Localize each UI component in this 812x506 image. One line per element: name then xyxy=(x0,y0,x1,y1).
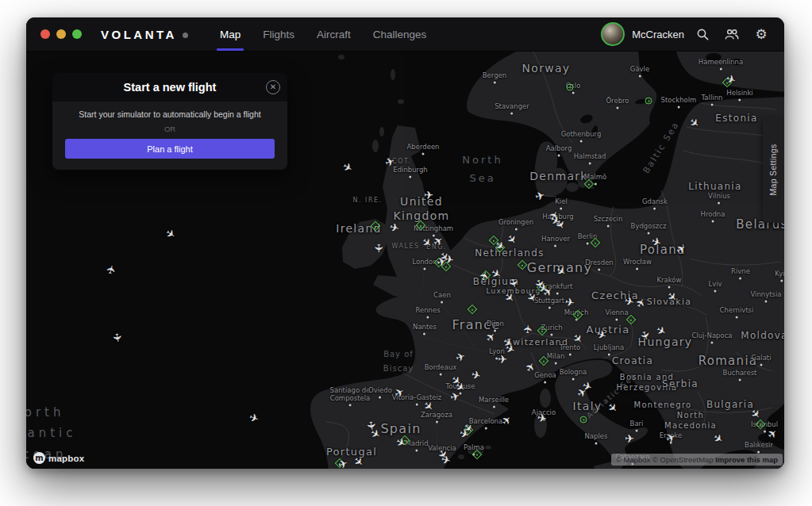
aircraft-icon[interactable]: ✈ xyxy=(633,296,648,309)
avatar[interactable] xyxy=(601,22,625,46)
map-settings-tab[interactable]: Map Settings xyxy=(763,117,784,223)
zoom-window-button[interactable] xyxy=(72,29,82,39)
attribution-osm-link[interactable]: © OpenStreetMap xyxy=(652,455,714,464)
city-name: Aberdeen xyxy=(406,143,439,151)
aircraft-icon[interactable]: ✈ xyxy=(424,190,433,201)
close-window-button[interactable] xyxy=(40,29,50,39)
city-dot xyxy=(710,104,713,106)
settings-gear-icon[interactable]: ⚙ xyxy=(754,27,768,41)
modal-instruction: Start your simulator to automatically be… xyxy=(65,109,275,119)
city-dot xyxy=(616,107,618,109)
aircraft-icon[interactable]: ✈ xyxy=(164,227,178,241)
city-name: Naples xyxy=(585,432,608,440)
aircraft-icon[interactable]: ✈ xyxy=(564,296,575,309)
city-dot xyxy=(580,140,583,143)
country-label: Norway xyxy=(522,62,571,76)
app-logo: VOLANTA xyxy=(101,28,188,41)
city-dot xyxy=(415,404,418,406)
city-name: Bordeaux xyxy=(425,363,457,371)
city-name: Bergen xyxy=(483,71,506,79)
region-label: N. IRE. xyxy=(352,197,382,204)
city-dot xyxy=(515,228,518,231)
city-dot xyxy=(439,374,441,376)
city-name: Dijon xyxy=(487,320,504,328)
city-dot xyxy=(493,82,495,84)
aircraft-icon[interactable]: ✈ xyxy=(522,324,534,335)
airport-marker[interactable] xyxy=(468,305,478,315)
aircraft-icon[interactable]: ✈ xyxy=(471,369,483,382)
aircraft-icon[interactable]: ✈ xyxy=(105,264,118,276)
city-dot xyxy=(710,342,713,344)
city-name: Wrocław xyxy=(623,258,652,266)
city-dot xyxy=(677,106,679,109)
close-icon[interactable]: ✕ xyxy=(266,80,280,94)
city-name: Balıkesir xyxy=(745,441,773,449)
city-label: Santiago de Compostela xyxy=(330,386,371,406)
plan-flight-button[interactable]: Plan a flight xyxy=(65,139,275,159)
map-attribution: © Mapbox © OpenStreetMap Improve this ma… xyxy=(611,454,783,466)
aircraft-icon[interactable]: ✈ xyxy=(625,433,634,444)
city-dot xyxy=(569,354,571,356)
aircraft-icon[interactable]: ✈ xyxy=(534,190,546,203)
minimize-window-button[interactable] xyxy=(56,29,66,39)
city-label: Galați xyxy=(751,354,771,366)
improve-map-link[interactable]: Improve this map xyxy=(715,455,778,464)
search-icon[interactable] xyxy=(695,27,710,41)
city-name: Kyiv xyxy=(775,270,784,278)
city-name: Gävle xyxy=(630,65,649,73)
aircraft-icon[interactable]: ✈ xyxy=(341,160,354,174)
airport-marker[interactable] xyxy=(567,84,574,91)
city-name: Hanover xyxy=(541,235,570,243)
country-label: United Kingdom xyxy=(393,195,449,223)
city-label: Bucharest xyxy=(723,369,757,381)
aircraft-icon[interactable]: ✈ xyxy=(537,412,548,424)
city-label: Marseille xyxy=(479,396,509,408)
user-menu[interactable]: McCracken xyxy=(601,22,684,46)
region-label: WALES xyxy=(391,243,419,250)
aircraft-icon[interactable]: ✈ xyxy=(373,243,384,253)
city-label: Helsinki xyxy=(726,89,752,101)
city-name: Rennes xyxy=(415,306,440,314)
aircraft-icon[interactable]: ✈ xyxy=(711,431,725,446)
city-dot xyxy=(379,397,381,399)
tab-challenges[interactable]: Challenges xyxy=(362,17,438,51)
aircraft-icon[interactable]: ✈ xyxy=(389,221,401,235)
modal-divider-label: OR xyxy=(65,125,275,133)
city-name: Aalborg xyxy=(546,144,572,152)
aircraft-icon[interactable]: ✈ xyxy=(248,411,260,424)
aircraft-icon[interactable]: ✈ xyxy=(725,72,737,86)
city-dot xyxy=(595,443,597,445)
tab-map[interactable]: Map xyxy=(209,17,252,51)
tab-flights[interactable]: Flights xyxy=(252,17,306,51)
tab-aircraft[interactable]: Aircraft xyxy=(306,17,362,51)
city-label: Gävle xyxy=(630,65,649,77)
start-flight-modal: Start a new flight ✕ Start your simulato… xyxy=(52,73,287,170)
city-label: Zaragoza xyxy=(421,411,452,423)
city-dot xyxy=(545,381,547,384)
city-dot xyxy=(738,99,741,102)
aircraft-icon[interactable]: ✈ xyxy=(687,116,702,130)
aircraft-icon[interactable]: ✈ xyxy=(441,454,452,467)
city-label: Bologna xyxy=(560,368,587,380)
airport-marker[interactable] xyxy=(580,416,587,424)
city-label: Bergen xyxy=(483,71,506,83)
aircraft-icon[interactable]: ✈ xyxy=(111,332,124,343)
mapbox-logo[interactable]: m mapbox xyxy=(33,452,84,464)
country-label: Montenegro xyxy=(633,401,691,411)
city-name: Kraków xyxy=(656,276,681,284)
aircraft-icon[interactable]: ✈ xyxy=(581,379,594,393)
aircraft-icon[interactable]: ✈ xyxy=(624,295,636,309)
aircraft-icon[interactable]: ✈ xyxy=(454,350,467,363)
aircraft-icon[interactable]: ✈ xyxy=(498,354,507,365)
city-dot xyxy=(637,268,639,270)
city-name: Szczecin xyxy=(594,215,623,223)
attribution-mapbox-link[interactable]: © Mapbox xyxy=(616,455,650,464)
members-icon[interactable] xyxy=(725,27,739,41)
city-label: Wrocław xyxy=(623,258,652,270)
airport-marker[interactable] xyxy=(518,260,528,270)
city-name: Santiago de Compostela xyxy=(330,386,371,402)
aircraft-icon[interactable]: ✈ xyxy=(337,457,349,469)
airport-marker[interactable] xyxy=(645,98,652,105)
city-dot xyxy=(550,334,552,336)
modal-title: Start a new flight xyxy=(124,81,217,94)
